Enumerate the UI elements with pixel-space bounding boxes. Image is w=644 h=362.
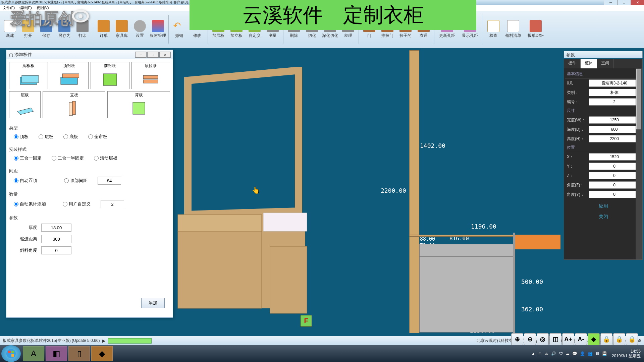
svg-rect-19: [133, 102, 145, 114]
radio-autocount[interactable]: 自动累计添加: [14, 201, 46, 207]
view-grid-button[interactable]: ◫: [549, 333, 561, 345]
svg-text:爱拍原创: 爱拍原创: [10, 10, 74, 27]
viewport-3d-model: [174, 67, 315, 330]
lock2-button[interactable]: 🔒: [613, 333, 625, 345]
zoom-fit-button[interactable]: ◎: [537, 333, 549, 345]
tray-user-icon[interactable]: 👤: [580, 351, 585, 356]
task-app3[interactable]: ▯: [68, 346, 90, 361]
prop-y-value[interactable]: 0: [589, 163, 640, 170]
radio-usercount[interactable]: 用户自定义: [63, 201, 91, 207]
gap-value-input[interactable]: [98, 177, 121, 185]
tool-furniture[interactable]: 家具库: [113, 11, 130, 47]
tray-screen-icon[interactable]: 🖥: [595, 351, 599, 356]
svg-rect-5: [178, 215, 262, 231]
tile-vertical[interactable]: 立板: [43, 91, 105, 118]
tile-back[interactable]: 背板: [107, 91, 170, 118]
properties-scrollbar[interactable]: [636, 68, 642, 259]
zoom-in-button[interactable]: ⊕: [511, 333, 523, 345]
dialog-minimize-button[interactable]: ─: [135, 52, 147, 58]
tool-material[interactable]: 板材管理: [149, 11, 167, 47]
close-button[interactable]: ✕: [631, 0, 644, 5]
radio-topgap[interactable]: 顶部间距: [64, 178, 88, 184]
prop-height-value[interactable]: 2200: [589, 135, 640, 142]
prop-width-value[interactable]: 1250: [589, 116, 640, 124]
tile-shelfboard[interactable]: 搁板板: [9, 62, 48, 89]
view-ortho-button[interactable]: ◆: [588, 333, 600, 345]
dialog-close-button[interactable]: ✕: [159, 52, 171, 58]
dialog-controls: ─ □ ✕: [135, 52, 171, 58]
svg-rect-15: [143, 80, 158, 83]
svg-marker-16: [17, 108, 34, 115]
lock1-button[interactable]: 🔒: [600, 333, 612, 345]
tray-flag-icon[interactable]: ⚐: [538, 351, 542, 356]
status-text: 板式家具参数化拆单软件2015(专业版) (Update 5.0.66): [3, 338, 100, 344]
tool-order[interactable]: 订单: [95, 11, 112, 47]
dialog-maximize-button[interactable]: □: [147, 52, 159, 58]
tool-setting[interactable]: 设置: [131, 11, 149, 47]
prop-anglez-value[interactable]: 0: [589, 181, 640, 189]
prop-id-value[interactable]: 2: [589, 98, 640, 106]
tray-cloud-icon[interactable]: ☁: [566, 351, 570, 356]
tray-vol-icon[interactable]: 🔊: [551, 351, 556, 356]
tray-chat-icon[interactable]: 💬: [572, 351, 577, 356]
start-button[interactable]: [1, 345, 21, 362]
tool-bom[interactable]: 领料清单: [503, 11, 524, 47]
radio-movable[interactable]: 活动层板: [94, 155, 117, 161]
group-pos: 位置: [565, 143, 642, 152]
windows-icon: [6, 348, 16, 359]
radio-bottom[interactable]: 底板: [63, 134, 78, 140]
thickness-input[interactable]: [41, 224, 71, 232]
prop-name-value[interactable]: 窗端离3-2-140: [589, 79, 640, 87]
svg-rect-23: [8, 354, 11, 357]
minimize-button[interactable]: ─: [604, 0, 617, 5]
tile-topseal[interactable]: 顶封板: [50, 62, 89, 89]
tab-space[interactable]: 空间: [597, 59, 613, 68]
lock3-button[interactable]: 🔒: [626, 333, 638, 345]
radio-fixed3[interactable]: 三合一固定: [14, 155, 42, 161]
plus-circle-icon: ⊕: [515, 336, 520, 343]
tray-clock[interactable]: 14:55 2019/3/1 星期五: [612, 349, 641, 359]
tile-shelf[interactable]: 层板: [9, 91, 41, 118]
diamond-icon: ◆: [591, 336, 596, 343]
tray-shield-icon[interactable]: 🛡: [559, 351, 563, 356]
text-smaller-button[interactable]: A-: [575, 333, 587, 345]
prop-angley-value[interactable]: 0: [589, 191, 640, 198]
inset-input[interactable]: [41, 235, 71, 243]
dim-500: 500.00: [521, 278, 543, 285]
tool-check[interactable]: 检查: [485, 11, 502, 47]
tray-net-icon[interactable]: 🖧: [544, 351, 548, 356]
svg-point-20: [6, 349, 16, 358]
prop-category-value[interactable]: 柜体: [589, 89, 640, 96]
tile-toprail[interactable]: 顶拉条: [131, 62, 170, 89]
tool-exportdxf[interactable]: 报单DXF: [524, 11, 547, 47]
task-app4[interactable]: ◆: [91, 346, 113, 361]
tab-cabinet[interactable]: 柜体: [581, 59, 597, 68]
radio-full[interactable]: 全市板: [88, 134, 107, 140]
task-app1[interactable]: A: [23, 346, 44, 361]
tray-user2-icon[interactable]: 👥: [588, 351, 593, 356]
tray-up-icon[interactable]: ▲: [531, 351, 535, 356]
radio-shelf[interactable]: 层板: [39, 134, 53, 140]
angle-input[interactable]: [41, 246, 71, 254]
tab-panel[interactable]: 板件: [564, 59, 581, 68]
text-larger-button[interactable]: A+: [562, 333, 574, 345]
prop-x-value[interactable]: 1520: [589, 153, 640, 161]
prop-z-value[interactable]: 0: [589, 172, 640, 179]
section-params: 参数 厚度 缩进距离 斜料角度: [9, 215, 170, 254]
task-app2[interactable]: ◧: [46, 346, 67, 361]
add-button[interactable]: 添加: [141, 298, 165, 308]
radio-fixed2[interactable]: 二合一半固定: [52, 155, 84, 161]
maximize-button[interactable]: □: [617, 0, 631, 5]
zoom-out-button[interactable]: ⊖: [524, 333, 536, 345]
dim-88: 88.00: [420, 236, 435, 242]
apply-button[interactable]: 应用: [568, 202, 639, 210]
tray-disk-icon[interactable]: 💾: [602, 351, 607, 356]
tool-undo[interactable]: ↶撤销: [170, 11, 188, 47]
tile-frontseal[interactable]: 前封板: [91, 62, 129, 89]
prop-depth-value[interactable]: 600: [589, 126, 640, 133]
count-value-input[interactable]: [101, 200, 124, 208]
dialog-title-bar[interactable]: ▢ 添加板件 ─ □ ✕: [6, 50, 173, 59]
radio-autotop[interactable]: 自动置顶: [14, 178, 37, 184]
radio-top[interactable]: 顶板: [14, 134, 29, 140]
close-props-button[interactable]: 关闭: [568, 213, 639, 221]
